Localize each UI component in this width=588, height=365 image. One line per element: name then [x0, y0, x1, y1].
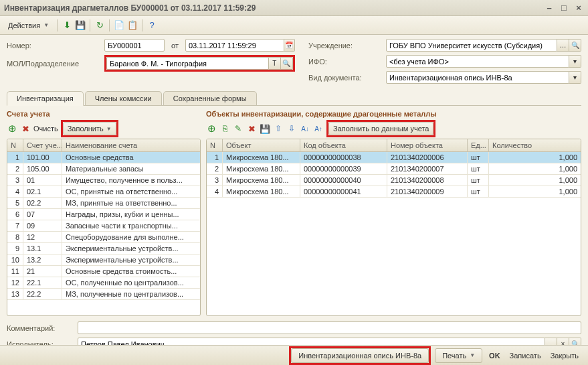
table-row[interactable]: 2Микросхема 180...0000000000003921013402…: [207, 163, 581, 175]
col-code[interactable]: Код объекта: [300, 139, 387, 151]
col-account-name[interactable]: Наименование счета: [62, 139, 200, 151]
doc-create-icon[interactable]: 📄: [114, 20, 124, 31]
cell-n: 3: [207, 175, 223, 186]
cell-num: 2101340200006: [387, 152, 468, 163]
table-row[interactable]: 301Имущество, полученное в польз...: [7, 175, 200, 186]
print-label: Печать: [442, 352, 466, 360]
col-account[interactable]: Счет уче...: [23, 139, 62, 151]
ellipsis-icon[interactable]: …: [557, 39, 569, 52]
close-button[interactable]: Закрыть: [548, 352, 581, 360]
cell-account: 12: [23, 232, 62, 242]
cell-name: МЗ, принятые на ответственно...: [62, 198, 200, 208]
apply-icon[interactable]: ⬇: [62, 20, 72, 31]
cell-account: 21: [23, 266, 62, 277]
comment-field[interactable]: [78, 321, 581, 334]
table-row[interactable]: 1121Основные средства стоимость...: [7, 266, 200, 277]
table-row[interactable]: 4Микросхема 180...0000000000004121013402…: [207, 186, 581, 198]
cell-n: 2: [207, 163, 223, 174]
accounts-title: Счета учета: [7, 110, 201, 118]
table-row[interactable]: 502.2МЗ, принятые на ответственно...: [7, 198, 200, 209]
accounts-grid-body[interactable]: 1101.00Основные средства2105.00Материаль…: [7, 152, 200, 315]
print-button[interactable]: Печать ▼: [435, 348, 482, 363]
inventory-report-label: Инвентаризационная опись ИНВ-8а: [298, 352, 421, 360]
table-row[interactable]: 913.1Экспериментальные устройств...: [7, 243, 200, 254]
table-row[interactable]: 3Микросхема 180...0000000000004021013402…: [207, 175, 581, 186]
number-field[interactable]: [104, 39, 165, 52]
table-row[interactable]: 1013.2Экспериментальные устройств...: [7, 254, 200, 266]
doctype-field[interactable]: [386, 71, 569, 84]
move-up-icon[interactable]: ⇧: [273, 123, 284, 134]
institution-field[interactable]: [386, 39, 557, 52]
col-object[interactable]: Объект: [223, 139, 300, 151]
cell-n: 5: [7, 198, 23, 208]
table-row[interactable]: 1222.1ОС, полученные по централизов...: [7, 277, 200, 289]
inventory-report-button[interactable]: Инвентаризационная опись ИНВ-8а: [291, 348, 429, 363]
col-n[interactable]: N: [207, 139, 223, 151]
window-title: Инвентаризация драгметаллов БУ000001 от …: [4, 3, 544, 13]
col-unit[interactable]: Ед...: [468, 139, 489, 151]
search-icon[interactable]: 🔍: [569, 39, 581, 52]
date-field[interactable]: [185, 39, 284, 52]
select-type-icon[interactable]: T: [269, 57, 281, 70]
col-number[interactable]: Номер объекта: [387, 139, 468, 151]
table-row[interactable]: 812Спецоборудование для выполне...: [7, 232, 200, 243]
tab-saved-forms[interactable]: Сохраненные формы: [163, 91, 257, 105]
cell-unit: шт: [468, 163, 489, 174]
table-row[interactable]: 607Награды, призы, кубки и ценны...: [7, 209, 200, 220]
col-n[interactable]: N: [7, 139, 23, 151]
actions-menu[interactable]: Действия ▼: [4, 19, 53, 32]
dropdown-icon[interactable]: ▾: [569, 71, 581, 84]
maximize-icon[interactable]: □: [559, 3, 569, 13]
close-icon[interactable]: ×: [573, 3, 584, 13]
table-row[interactable]: 1322.2МЗ, полученные по централизов...: [7, 289, 200, 300]
refresh-icon[interactable]: ↻: [94, 20, 105, 31]
move-down-icon[interactable]: ⇩: [286, 123, 297, 134]
table-row[interactable]: 1101.00Основные средства: [7, 152, 200, 163]
cell-name: Экспериментальные устройств...: [62, 243, 200, 254]
table-row[interactable]: 1Микросхема 180...0000000000003821013402…: [207, 152, 581, 163]
fill-button[interactable]: Заполнить ▼: [63, 122, 116, 135]
calendar-icon[interactable]: 📅: [284, 39, 295, 52]
cell-n: 9: [7, 243, 23, 254]
sort-desc-icon[interactable]: A↑: [313, 123, 324, 134]
cell-n: 1: [7, 152, 23, 163]
cell-account: 22.2: [23, 289, 62, 299]
cell-n: 4: [207, 186, 223, 197]
table-row[interactable]: 402.1ОС, принятые на ответственно...: [7, 186, 200, 198]
tab-inventarization[interactable]: Инвентаризация: [7, 91, 84, 106]
accounts-grid: N Счет уче... Наименование счета 1101.00…: [7, 139, 201, 316]
save-icon[interactable]: 💾: [75, 20, 86, 31]
save-button[interactable]: Записать: [507, 352, 544, 360]
fill-by-data-button[interactable]: Заполнить по данным учета: [328, 122, 433, 135]
dropdown-icon[interactable]: ▾: [569, 55, 581, 68]
ok-button[interactable]: OK: [486, 352, 503, 360]
delete-icon[interactable]: ✖: [20, 123, 31, 134]
cell-n: 13: [7, 289, 23, 299]
minimize-icon[interactable]: –: [544, 3, 555, 13]
table-row[interactable]: 2105.00Материальные запасы: [7, 163, 200, 175]
objects-title: Объекты инвентаризации, содержащие драго…: [206, 110, 581, 118]
objects-grid-body[interactable]: 1Микросхема 180...0000000000003821013402…: [207, 152, 581, 315]
cell-n: 11: [7, 266, 23, 277]
mol-field[interactable]: [106, 57, 269, 70]
ifo-field[interactable]: [386, 55, 569, 68]
doc-structure-icon[interactable]: 📋: [127, 20, 138, 31]
table-row[interactable]: 709Запасные части к транспортны...: [7, 220, 200, 232]
cell-unit: шт: [468, 152, 489, 163]
help-icon[interactable]: ?: [146, 20, 157, 31]
objects-panel: Объекты инвентаризации, содержащие драго…: [206, 110, 581, 316]
copy-icon[interactable]: ⎘: [219, 123, 230, 134]
clear-button[interactable]: Очисть: [33, 125, 58, 133]
col-quantity[interactable]: Количество: [489, 139, 581, 151]
save-icon[interactable]: 💾: [260, 123, 270, 134]
delete-icon[interactable]: ✖: [246, 123, 257, 134]
add-icon[interactable]: ⊕: [206, 123, 217, 134]
cell-object: Микросхема 180...: [223, 152, 300, 163]
sort-asc-icon[interactable]: A↓: [300, 123, 310, 134]
add-icon[interactable]: ⊕: [7, 123, 17, 134]
cell-account: 22.1: [23, 277, 62, 288]
tab-commission-members[interactable]: Члены комиссии: [85, 91, 162, 105]
edit-icon[interactable]: ✎: [233, 123, 243, 134]
search-icon[interactable]: 🔍: [281, 57, 293, 70]
fill-label: Заполнить: [68, 125, 104, 133]
